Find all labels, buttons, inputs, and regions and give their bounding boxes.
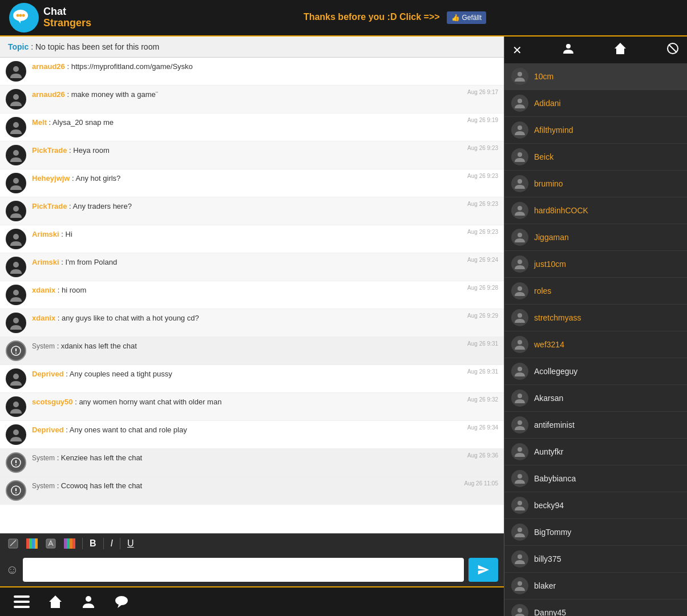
message-username[interactable]: PickTrade [32,146,67,155]
user-list-item[interactable]: wef3214 [504,331,687,358]
user-list-item[interactable]: antifeminist [504,412,687,439]
user-list-item[interactable]: blaker [504,573,687,599]
message-username[interactable]: arnaud26 [32,90,65,99]
system-avatar [6,452,26,473]
user-list-item[interactable]: hard8inhCOCK [504,197,687,224]
chat-toolbar: B I U [0,533,504,553]
edit-button-2[interactable] [43,537,58,550]
user-list-item[interactable]: Adidani [504,90,687,117]
home-nav-button[interactable] [48,594,63,609]
svg-rect-30 [26,538,29,549]
message-content: Deprived : Any ones want to chat and rol… [32,424,498,434]
user-list-item[interactable]: Akarsan [504,385,687,412]
menu-nav-button[interactable] [14,595,30,608]
message-row: Deprived : Any couples need a tight puss… [0,365,504,393]
bold-button[interactable]: B [87,537,99,550]
message-username[interactable]: xdanix [32,314,55,322]
svg-rect-31 [29,538,32,549]
logo-strangers-text: Strangers [43,18,91,29]
user-list-item[interactable]: Jiggaman [504,224,687,251]
user-list-item[interactable]: billy375 [504,546,687,573]
user-list[interactable]: 10cmAdidaniAfilthymindBeickbruminohard8i… [504,63,687,616]
svg-rect-37 [67,538,70,549]
sidebar-user-avatar [511,95,528,112]
message-content: Arimski : Hi [32,229,498,238]
svg-rect-39 [72,538,75,549]
sidebar-user-avatar [511,524,528,541]
sidebar-home-button[interactable] [614,42,627,58]
sidebar-user-button[interactable] [562,42,575,58]
sidebar-user-avatar [511,416,528,433]
user-list-item[interactable]: Afilthymind [504,117,687,144]
chat-input[interactable] [23,558,464,582]
message-time: Aug 26 9:31 [467,341,498,347]
sidebar-username: hard8inhCOCK [534,206,588,215]
user-list-item[interactable]: brumino [504,171,687,197]
sidebar-home-icon [614,42,627,55]
topic-bar: Topic : No topic has been set for this r… [0,37,504,58]
svg-point-56 [518,206,522,210]
sidebar-username: antifeminist [534,420,575,429]
color-button-2[interactable] [62,537,78,550]
bottom-nav [0,586,504,616]
user-list-item[interactable]: Acollegeguy [504,358,687,385]
message-username[interactable]: Heheyjwjw [32,174,70,183]
message-username[interactable]: Melt [32,118,47,127]
message-username[interactable]: xdanix [32,286,55,294]
message-time: Aug 26 9:17 [467,89,498,95]
users-nav-button[interactable] [81,594,96,609]
message-row: System : xdanix has left the chatAug 26 … [0,337,504,365]
user-avatar [6,89,26,110]
message-username[interactable]: Arimski [32,230,59,238]
sidebar-username: Auntyfkr [534,447,563,456]
svg-rect-40 [14,595,30,598]
user-list-item[interactable]: BigTommy [504,519,687,546]
message-username[interactable]: arnaud26 [32,62,65,71]
user-list-item[interactable]: Danny45 [504,599,687,616]
sidebar-user-avatar [511,336,528,353]
user-list-item[interactable]: roles [504,278,687,305]
close-sidebar-button[interactable]: ✕ [512,43,522,57]
sidebar-username: becky94 [534,501,564,510]
user-list-item[interactable]: 10cm [504,63,687,90]
message-username[interactable]: Deprived [32,425,64,434]
user-list-item[interactable]: Babybianca [504,465,687,492]
message-username[interactable]: Deprived [32,370,64,378]
message-row: PickTrade : Any traders here?Aug 26 9:23 [0,197,504,225]
chat-nav-button[interactable] [114,594,129,609]
user-list-item[interactable]: Beick [504,144,687,171]
sidebar-username: Akarsan [534,394,563,403]
message-content: arnaud26 : https://myprofitland.com/game… [32,61,498,71]
send-button[interactable] [468,558,498,582]
sidebar-user-avatar [511,604,528,616]
message-time: Aug 26 9:23 [467,173,498,179]
messages-container[interactable]: arnaud26 : https://myprofitland.com/game… [0,58,504,533]
user-list-item[interactable]: just10cm [504,251,687,278]
sidebar: ✕ 10cmAdidaniAfilthymindBeickbrumin [504,37,687,616]
underline-button[interactable]: U [125,537,136,550]
message-time: Aug 26 9:31 [467,368,498,375]
svg-point-67 [518,501,522,505]
message-row: scotsguy50 : any women horny want chat w… [0,393,504,421]
user-list-item[interactable]: becky94 [504,492,687,519]
sidebar-block-button[interactable] [666,42,679,58]
color-button-1[interactable] [24,537,40,550]
like-button[interactable]: 👍 Gefällt [447,11,486,24]
user-list-item[interactable]: Auntyfkr [504,439,687,465]
italic-button[interactable]: I [108,537,115,550]
message-content: arnaud26 : make money with a game¨ [32,89,498,99]
svg-point-55 [518,179,522,184]
message-row: xdanix : hi roomAug 26 9:28 [0,281,504,309]
sidebar-user-avatar [511,121,528,139]
edit-button[interactable] [6,537,21,550]
svg-rect-33 [35,538,38,549]
message-username[interactable]: scotsguy50 [32,398,73,406]
user-list-item[interactable]: stretchmyass [504,305,687,331]
svg-point-70 [518,581,522,586]
message-username[interactable]: PickTrade [32,202,67,210]
svg-point-54 [518,152,522,157]
message-username[interactable]: Arimski [32,258,59,266]
emoji-button[interactable]: ☺ [6,562,18,577]
svg-point-52 [518,99,522,103]
user-avatar [6,313,26,333]
